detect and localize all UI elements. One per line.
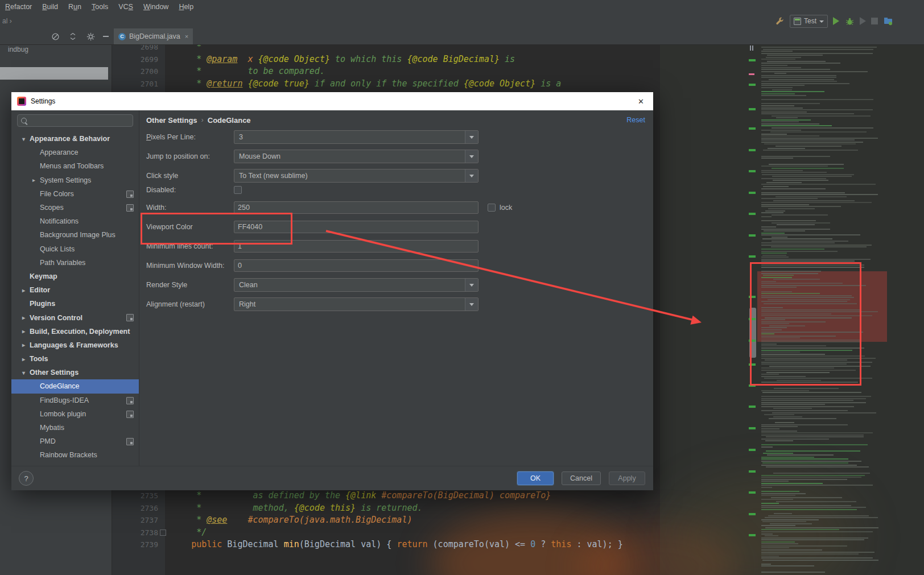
- tree-arrow-right-icon[interactable]: ▸: [19, 328, 28, 334]
- tool-window-label: indbug: [8, 45, 28, 53]
- tree-arrow-right-icon[interactable]: ▸: [30, 177, 38, 183]
- minimap-line: [761, 531, 873, 532]
- tree-item-path-variables[interactable]: Path Variables: [11, 256, 139, 270]
- tree-item-background-image-plus[interactable]: Background Image Plus: [11, 228, 139, 242]
- chevron-down-icon[interactable]: [465, 279, 478, 291]
- tree-arrow-right-icon[interactable]: ▸: [19, 315, 28, 321]
- tree-arrow-down-icon[interactable]: ▾: [19, 370, 28, 376]
- minimap-line: [761, 249, 824, 250]
- close-icon[interactable]: ✕: [634, 97, 647, 106]
- editor-tab[interactable]: C BigDecimal.java ×: [114, 28, 193, 44]
- wrench-icon[interactable]: [774, 16, 785, 26]
- tree-arrow-down-icon[interactable]: ▾: [19, 136, 28, 142]
- input-viewport-color[interactable]: [234, 221, 478, 233]
- tree-item-build-execution-deployment[interactable]: ▸Build, Execution, Deployment: [11, 325, 139, 338]
- tree-item-findbugs-idea[interactable]: FindBugs-IDEA: [11, 394, 139, 407]
- menu-window[interactable]: Window: [138, 0, 174, 14]
- select-alignment-restart[interactable]: Right: [234, 297, 478, 311]
- minimap-line: [762, 392, 861, 393]
- line-number: 2700: [112, 65, 165, 78]
- ok-button[interactable]: OK: [517, 471, 554, 485]
- close-tab-icon[interactable]: ×: [185, 33, 188, 40]
- help-button[interactable]: ?: [19, 471, 34, 486]
- vcs-change-mark: [749, 192, 756, 194]
- tree-item-tools[interactable]: ▸Tools: [11, 352, 139, 366]
- menu-run[interactable]: Run: [63, 0, 86, 14]
- cancel-button[interactable]: Cancel: [562, 471, 601, 485]
- chevron-down-icon[interactable]: [465, 131, 478, 143]
- run-config-selector[interactable]: Test: [790, 15, 828, 28]
- tool-window-selected-row[interactable]: [0, 67, 108, 80]
- tree-item-mybatis[interactable]: Mybatis: [11, 421, 139, 435]
- input-minimum-lines-count[interactable]: [234, 240, 478, 253]
- checkbox-lock[interactable]: [488, 204, 496, 212]
- run-with-coverage-button[interactable]: [860, 17, 866, 25]
- tree-item-appearance[interactable]: Appearance: [11, 146, 139, 159]
- menu-vcs[interactable]: VCS: [113, 0, 138, 14]
- tree-item-notifications[interactable]: Notifications: [11, 214, 139, 228]
- tree-item-lombok-plugin[interactable]: Lombok plugin: [11, 407, 139, 421]
- menu-build[interactable]: Build: [37, 0, 63, 14]
- minimap-line: [761, 332, 863, 333]
- reset-link[interactable]: Reset: [626, 116, 645, 124]
- select-pixels-per-line[interactable]: 3: [234, 130, 478, 144]
- input-minimum-window-width[interactable]: [234, 259, 478, 272]
- minimap-line: [761, 105, 794, 106]
- tree-item-other-settings[interactable]: ▾Other Settings: [11, 366, 139, 379]
- tree-item-menus-and-toolbars[interactable]: Menus and Toolbars: [11, 159, 139, 173]
- scrollbar-thumb[interactable]: [749, 308, 756, 358]
- gear-icon[interactable]: [85, 31, 96, 42]
- tree-item-keymap[interactable]: Keymap: [11, 270, 139, 283]
- tree-item-codeglance[interactable]: CodeGlance: [11, 379, 139, 393]
- tree-item-pmd[interactable]: PMD: [11, 435, 139, 448]
- minimap-line: [762, 174, 854, 175]
- minimap-line: [761, 281, 776, 282]
- minimap-line: [761, 384, 843, 385]
- tree-item-file-colors[interactable]: File Colors: [11, 187, 139, 201]
- stop-button[interactable]: [871, 18, 878, 24]
- input-width[interactable]: [234, 201, 478, 214]
- tree-item-version-control[interactable]: ▸Version Control: [11, 311, 139, 324]
- collapse-all-icon[interactable]: [68, 31, 78, 42]
- project-structure-icon[interactable]: [883, 16, 893, 26]
- tree-item-languages-frameworks[interactable]: ▸Languages & Frameworks: [11, 338, 139, 352]
- select-click-style[interactable]: To Text (new sublime): [234, 169, 478, 183]
- navigation-bar: al › Test: [0, 14, 924, 28]
- tree-item-appearance-behavior[interactable]: ▾Appearance & Behavior: [11, 132, 139, 146]
- menu-refactor[interactable]: Refactor: [0, 0, 37, 14]
- tree-item-scopes[interactable]: Scopes: [11, 201, 139, 214]
- tree-item-system-settings[interactable]: ▸System Settings: [11, 173, 139, 187]
- settings-search[interactable]: [17, 114, 133, 127]
- pause-icon[interactable]: [750, 45, 753, 51]
- code-token: ?: [535, 539, 551, 549]
- run-button[interactable]: [833, 17, 839, 25]
- filter-icon[interactable]: [50, 31, 60, 42]
- tree-item-plugins[interactable]: Plugins: [11, 297, 139, 311]
- tree-arrow-right-icon[interactable]: ▸: [19, 356, 28, 362]
- tree-item-rainbow-brackets[interactable]: Rainbow Brackets: [11, 448, 139, 462]
- debug-button[interactable]: [844, 16, 855, 26]
- apply-button[interactable]: Apply: [609, 471, 645, 485]
- tree-arrow-right-icon[interactable]: ▸: [19, 342, 28, 348]
- settings-sidebar: ▾Appearance & BehaviorAppearanceMenus an…: [11, 110, 139, 466]
- field-label-alignment-restart: Alignment (restart): [146, 300, 234, 308]
- tree-item-quick-lists[interactable]: Quick Lists: [11, 242, 139, 256]
- form-row-alignment-restart: Alignment (restart)Right: [139, 297, 653, 312]
- select-jump-to-position-on[interactable]: Mouse Down: [234, 150, 478, 163]
- minimap-line: [771, 497, 842, 498]
- chevron-down-icon[interactable]: [465, 150, 478, 163]
- hide-tool-window-icon[interactable]: [103, 36, 109, 37]
- checkbox-disabled[interactable]: [234, 186, 242, 194]
- menu-help[interactable]: Help: [174, 0, 199, 14]
- chevron-down-icon[interactable]: [465, 298, 478, 311]
- per-project-config-icon: [126, 411, 134, 418]
- minimap-line: [761, 233, 785, 234]
- tree-item-editor[interactable]: ▸Editor: [11, 283, 139, 297]
- select-render-style[interactable]: Clean: [234, 278, 478, 292]
- codeglance-minimap[interactable]: [746, 44, 888, 575]
- chevron-down-icon[interactable]: [465, 169, 478, 182]
- fold-marker[interactable]: [160, 530, 166, 536]
- menu-tools[interactable]: Tools: [86, 0, 113, 14]
- tree-arrow-right-icon[interactable]: ▸: [19, 287, 28, 293]
- settings-search-input[interactable]: [30, 116, 129, 125]
